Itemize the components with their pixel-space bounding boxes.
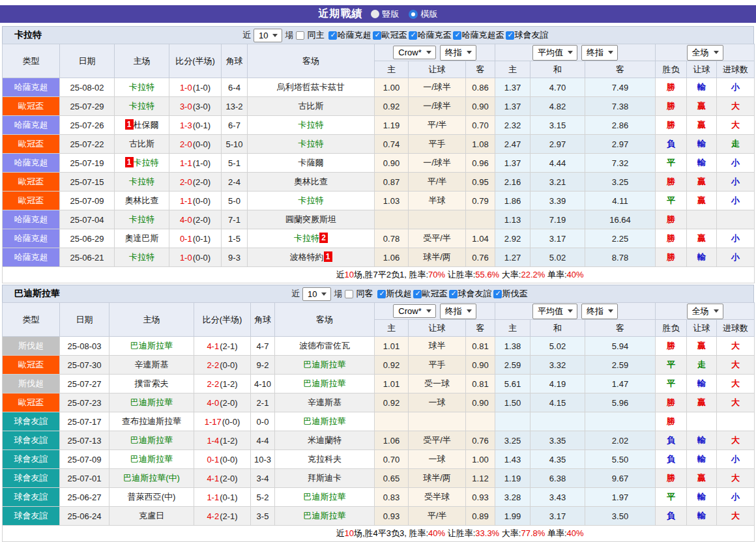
- handicap-line: 一球: [409, 450, 466, 469]
- summary-row: 近10场,胜7平2负1, 胜率:70% 让胜率:55.6% 大率:22.2% 单…: [3, 267, 755, 283]
- league-type-badge: 球會友誼: [3, 507, 60, 526]
- summary-stat-value: 77.8%: [521, 528, 545, 538]
- league-checkbox[interactable]: [453, 31, 461, 40]
- match-row: 歐冠盃25-07-15卡拉特2-0(2-0)2-4奧林比查0.87平/半0.95…: [3, 173, 755, 192]
- recent-matches-table: 类型 日期 主场 比分(半场) 角球 客场 Crow* 终指 平均值 终指: [2, 44, 755, 283]
- halftime-score: (2-0): [220, 474, 237, 483]
- same-venue-checkbox[interactable]: [345, 290, 353, 298]
- corner-count: 4-10: [251, 375, 275, 393]
- goals-result: 大: [717, 469, 755, 488]
- avg-home-odds: 2.47: [495, 135, 531, 154]
- handicap-result: 贏: [687, 393, 717, 412]
- handicap-line: 平/半: [409, 173, 466, 192]
- handicap-line: 一/球半: [409, 154, 466, 173]
- average-final-select[interactable]: 终指: [581, 304, 618, 319]
- avg-home-odds: 2.32: [495, 116, 531, 135]
- odds-source-select[interactable]: Crow*: [393, 46, 435, 59]
- radio-horizontal-layout[interactable]: 橫版: [409, 8, 438, 20]
- avg-home-odds: 3.25: [495, 431, 531, 450]
- fulltime-score: 4-2: [207, 511, 219, 521]
- radio-icon[interactable]: [409, 10, 418, 19]
- league-checkbox[interactable]: [373, 31, 381, 40]
- league-type-badge: 歐冠盃: [3, 135, 60, 154]
- winlose-result: 負: [656, 135, 687, 154]
- league-checkbox[interactable]: [493, 290, 502, 298]
- league-type-badge: 球會友誼: [3, 431, 60, 450]
- corner-count: 1-5: [222, 229, 248, 248]
- avg-draw-odds: 3.17: [531, 229, 585, 248]
- home-team-cell: 查布拉迪斯拉華: [109, 412, 194, 431]
- corner-count: 2-1: [251, 393, 275, 412]
- summary-stat-value: 33.3%: [475, 528, 499, 538]
- match-row: 哈薩克超25-07-04卡拉特4-0(2-0)7-1圓蘭突厥斯坦1.137.19…: [3, 210, 755, 229]
- league-checkbox[interactable]: [413, 290, 422, 298]
- handicap-home-odds: 0.83: [375, 488, 409, 507]
- scope-select[interactable]: 全场: [687, 45, 723, 61]
- avg-home-odds: 5.61: [495, 375, 531, 393]
- page-title: 近期戰績: [319, 7, 363, 21]
- sub-goals: 进球数: [717, 320, 755, 337]
- handicap-away-odds: 0.70: [466, 116, 495, 135]
- team-label: 卡拉特: [298, 120, 324, 130]
- col-date: 日期: [60, 44, 115, 78]
- winlose-result: 負: [656, 450, 687, 469]
- odds-source-select[interactable]: Crow*: [393, 304, 435, 318]
- league-checkbox-label: 斯伐超: [386, 288, 411, 300]
- league-checkbox-label: 哈薩克超: [337, 29, 371, 41]
- radio-icon[interactable]: [371, 10, 379, 18]
- avg-home-odds: 2.16: [495, 173, 531, 192]
- league-checkbox[interactable]: [506, 31, 514, 40]
- league-checkbox[interactable]: [409, 31, 417, 40]
- radio-vertical-layout[interactable]: 豎版: [371, 8, 400, 20]
- rounds-select[interactable]: 10: [302, 287, 331, 301]
- average-select[interactable]: 平均值: [532, 304, 577, 319]
- sub-home-odds: 主: [375, 320, 409, 337]
- avg-draw-odds: 4.70: [531, 78, 585, 97]
- goals-result: 大: [717, 375, 755, 393]
- match-date: 25-06-29: [60, 229, 115, 248]
- odds-final-select[interactable]: 终指: [440, 304, 476, 319]
- fulltime-score: 2-0: [180, 177, 192, 187]
- avg-draw-odds: 3.32: [531, 356, 585, 375]
- scope-select[interactable]: 全场: [687, 304, 723, 319]
- home-team-cell: 1杜保爾: [115, 116, 169, 135]
- average-select[interactable]: 平均值: [532, 45, 577, 61]
- halftime-score: (0-1): [220, 492, 237, 502]
- avg-draw-odds: 5.02: [531, 248, 585, 267]
- handicap-away-odds: 0.95: [466, 173, 495, 192]
- summary-stat-label: 大率:: [499, 528, 521, 538]
- summary-stat-value: 10: [344, 270, 353, 279]
- avg-away-odds: 2.25: [585, 229, 656, 248]
- league-filter-group: 哈薩克超歐冠盃哈薩克盃哈薩克超盃球會友誼: [328, 29, 550, 41]
- winlose-result: 負: [656, 507, 687, 526]
- home-team-cell: 巴迪斯拉華: [109, 450, 194, 469]
- away-team-cell: 古比斯: [248, 97, 375, 116]
- goals-result: 小: [717, 173, 755, 192]
- odds-final-select[interactable]: 终指: [440, 45, 476, 61]
- home-team-cell: 卡拉特: [115, 210, 169, 229]
- average-final-select[interactable]: 终指: [581, 45, 618, 61]
- recent-matches-table: 类型 日期 主场 比分(半场) 角球 客场 Crow* 终指 平均值 终指: [2, 302, 755, 542]
- fulltime-score: 1-0: [180, 253, 192, 263]
- league-checkbox[interactable]: [449, 290, 458, 298]
- filter-controls: 近 10 場 同主 哈薩克超歐冠盃哈薩克盃哈薩克超盃球會友誼: [242, 29, 550, 42]
- league-checkbox[interactable]: [377, 290, 386, 298]
- team-label: 卡拉特: [129, 177, 154, 186]
- league-checkbox[interactable]: [328, 31, 337, 40]
- home-team-cell: 巴迪斯拉華(中): [109, 469, 194, 488]
- score-cell: 0-1(0-1): [169, 229, 222, 248]
- rounds-select[interactable]: 10: [254, 29, 282, 42]
- winlose-result: 負: [656, 431, 687, 450]
- table-group-header-row: 类型 日期 主场 比分(半场) 角球 客场 Crow* 终指 平均值 终指: [3, 303, 755, 320]
- handicap-away-odds: 0.90: [466, 356, 495, 375]
- team-label: 辛連斯基: [135, 360, 169, 369]
- avg-home-odds: 1.43: [495, 450, 531, 469]
- score-cell: 4-1(2-1): [194, 337, 251, 356]
- goals-result: 大: [717, 97, 755, 116]
- home-team-cell: 辛連斯基: [109, 356, 194, 375]
- avg-draw-odds: 3.17: [531, 507, 585, 526]
- goals-result: 大: [717, 356, 755, 375]
- same-venue-checkbox[interactable]: [296, 31, 304, 40]
- corner-count: 9-2: [251, 356, 275, 375]
- league-type-badge: 歐冠盃: [3, 173, 60, 192]
